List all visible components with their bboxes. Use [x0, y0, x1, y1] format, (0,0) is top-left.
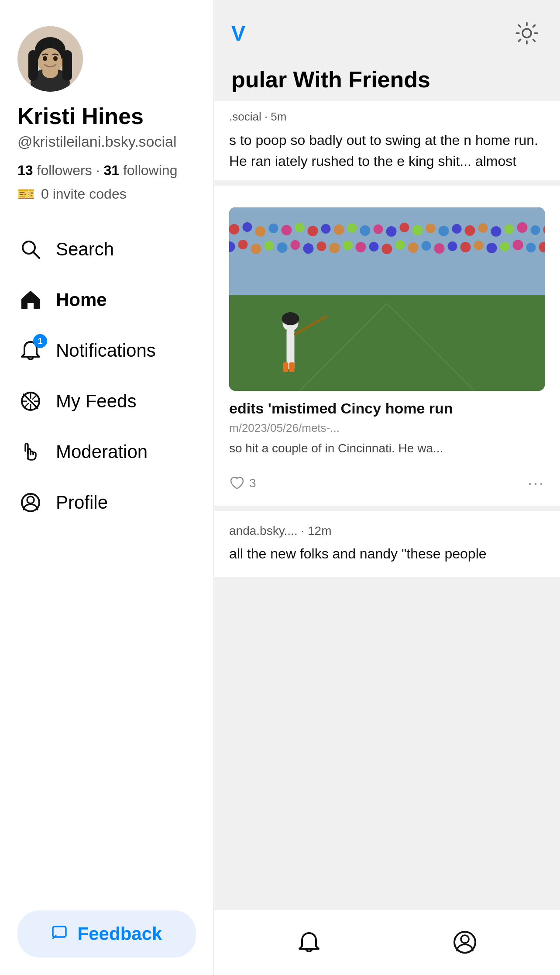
avatar — [17, 26, 83, 92]
following-label: following — [123, 162, 178, 179]
main-header: V — [214, 0, 560, 58]
svg-point-42 — [412, 225, 423, 235]
post-excerpt: so hit a couple of in Cincinnati. He wa.… — [229, 439, 545, 458]
post-actions: 3 ··· — [229, 467, 545, 493]
svg-point-38 — [360, 225, 371, 236]
post-text: all the new folks and nandy "these peopl… — [229, 543, 545, 564]
svg-point-7 — [39, 48, 62, 72]
user-handle: @kristileilani.bsky.social — [17, 133, 196, 150]
post-meta: .social · 5m — [229, 110, 545, 124]
gear-icon — [515, 21, 539, 45]
svg-rect-24 — [53, 927, 66, 937]
svg-point-37 — [347, 223, 357, 233]
feeds-icon — [17, 388, 44, 414]
like-count: 3 — [249, 476, 256, 490]
sidebar-item-moderation[interactable]: Moderation — [17, 427, 196, 477]
svg-point-28 — [229, 224, 240, 234]
post-card: .social · 5m s to poop so badly out to s… — [214, 101, 560, 180]
svg-line-11 — [33, 252, 39, 258]
heart-icon — [229, 475, 245, 491]
post-link: m/2023/05/26/mets-... — [229, 421, 545, 435]
svg-point-23 — [27, 496, 34, 503]
svg-point-31 — [269, 224, 278, 233]
search-label: Search — [56, 239, 114, 260]
invite-codes-row: 🎫 0 invite codes — [17, 186, 196, 202]
svg-point-32 — [282, 225, 292, 235]
post-headline: edits 'mistimed Cincy home run — [229, 399, 545, 418]
feedback-button[interactable]: Feedback — [17, 910, 196, 958]
sidebar-item-home[interactable]: Home — [17, 275, 196, 325]
svg-point-9 — [53, 56, 58, 61]
svg-rect-5 — [28, 50, 38, 81]
home-label: Home — [56, 289, 107, 310]
svg-point-43 — [426, 224, 436, 233]
svg-point-30 — [255, 226, 266, 237]
sidebar-item-search[interactable]: Search — [17, 224, 196, 275]
svg-rect-6 — [62, 50, 72, 81]
svg-point-88 — [461, 935, 469, 943]
sidebar-item-profile[interactable]: Profile — [17, 477, 196, 528]
svg-point-36 — [334, 224, 344, 235]
svg-point-62 — [343, 241, 353, 250]
my-feeds-label: My Feeds — [56, 391, 136, 412]
profile-section: Kristi Hines @kristileilani.bsky.social … — [17, 26, 196, 202]
profile-bottom-button[interactable] — [445, 923, 484, 962]
settings-button[interactable] — [511, 17, 543, 49]
following-count: 31 — [103, 162, 119, 179]
svg-point-75 — [513, 240, 523, 250]
svg-point-61 — [330, 243, 340, 253]
more-actions[interactable]: ··· — [528, 474, 545, 493]
svg-point-71 — [460, 242, 471, 252]
svg-rect-85 — [289, 362, 295, 372]
like-button[interactable]: 3 — [229, 475, 256, 491]
feedback-label: Feedback — [78, 923, 162, 944]
svg-point-45 — [452, 224, 462, 234]
svg-rect-78 — [229, 295, 545, 391]
svg-point-40 — [386, 226, 397, 237]
sidebar-item-notifications[interactable]: 1 Notifications — [17, 325, 196, 376]
svg-point-33 — [295, 223, 305, 232]
notifications-label: Notifications — [56, 340, 156, 361]
svg-point-66 — [395, 240, 405, 250]
svg-line-19 — [32, 395, 37, 400]
post-image — [229, 207, 545, 391]
page-title: pular With Friends — [214, 58, 560, 101]
svg-point-51 — [531, 225, 540, 235]
feed-section: .social · 5m s to poop so badly out to s… — [214, 101, 560, 909]
stats-row: 13 followers · 31 following — [17, 162, 196, 179]
svg-point-69 — [434, 243, 445, 254]
profile-icon — [17, 489, 44, 516]
post-card: anda.bsky.... · 12m all the new folks an… — [214, 511, 560, 577]
bell-icon: 1 — [17, 338, 44, 364]
svg-point-60 — [317, 241, 326, 251]
header-left: V — [231, 21, 245, 45]
search-icon — [17, 236, 44, 262]
ticket-icon: 🎫 — [17, 186, 35, 202]
profile-label: Profile — [56, 492, 108, 513]
followers-count: 13 — [17, 162, 33, 179]
svg-point-70 — [448, 241, 457, 251]
svg-point-65 — [382, 244, 392, 254]
svg-point-50 — [517, 222, 528, 233]
moderation-icon — [17, 439, 44, 465]
followers-label: followers — [37, 162, 92, 179]
svg-point-25 — [522, 29, 531, 38]
feedback-section: Feedback — [17, 910, 196, 958]
main-content: V pular With Friends .social · 5m s to p… — [214, 0, 560, 975]
home-icon — [17, 287, 44, 313]
svg-point-57 — [277, 242, 288, 253]
svg-line-20 — [24, 403, 29, 407]
notifications-bottom-button[interactable] — [289, 923, 329, 962]
svg-point-35 — [321, 224, 331, 234]
svg-point-55 — [251, 244, 261, 254]
moderation-label: Moderation — [56, 441, 148, 462]
svg-point-8 — [43, 56, 47, 61]
svg-point-49 — [505, 224, 514, 234]
svg-point-44 — [439, 226, 449, 236]
post-card: edits 'mistimed Cincy home run m/2023/05… — [214, 186, 560, 506]
sidebar-item-my-feeds[interactable]: My Feeds — [17, 376, 196, 427]
bell-bottom-icon — [296, 930, 322, 955]
svg-point-47 — [478, 223, 488, 233]
svg-point-58 — [291, 240, 300, 250]
svg-point-64 — [369, 242, 379, 252]
